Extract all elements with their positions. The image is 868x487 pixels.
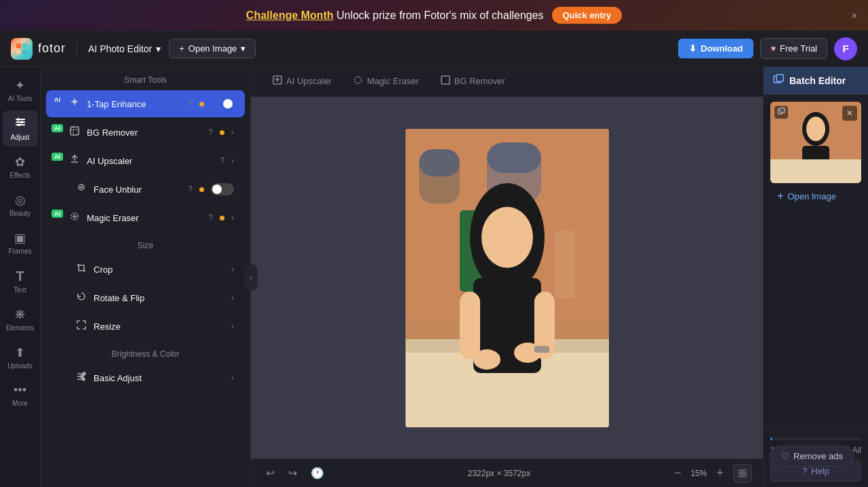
svg-point-33 bbox=[473, 349, 500, 370]
tool-label-eraser: Magic Eraser bbox=[87, 213, 201, 223]
user-avatar[interactable]: F bbox=[834, 37, 857, 60]
redo-button[interactable]: ↪ bbox=[284, 464, 301, 482]
arrow-rotate: › bbox=[231, 293, 234, 303]
tool-resize[interactable]: Resize › bbox=[46, 313, 245, 340]
progress-fill bbox=[770, 437, 772, 440]
canvas-tabs: AI Upscaler Magic Eraser BG Remover bbox=[251, 67, 763, 97]
svg-rect-49 bbox=[780, 108, 785, 113]
open-image-button-right[interactable]: + Open Image bbox=[770, 183, 861, 209]
svg-rect-42 bbox=[776, 75, 783, 81]
open-image-button[interactable]: + Open Image ▾ bbox=[169, 39, 256, 58]
svg-point-13 bbox=[83, 372, 85, 375]
upscaler-icon bbox=[69, 154, 80, 168]
history-button[interactable]: 🕐 bbox=[307, 464, 328, 482]
sidebar-item-ai-tools[interactable]: ✦ AI Tools bbox=[3, 73, 38, 108]
sidebar-label-uploads: Uploads bbox=[7, 362, 33, 370]
zoom-in-button[interactable]: + bbox=[712, 465, 728, 482]
effects-icon: ✿ bbox=[15, 155, 25, 170]
zoom-out-button[interactable]: − bbox=[670, 465, 686, 482]
banner-close-icon[interactable]: × bbox=[852, 10, 857, 21]
banner-highlight[interactable]: Challenge Month bbox=[246, 9, 334, 21]
undo-button[interactable]: ↩ bbox=[262, 464, 279, 482]
svg-rect-22 bbox=[419, 149, 460, 176]
canvas-area: AI Upscaler Magic Eraser BG Remover bbox=[251, 67, 763, 487]
tool-ai-upscaler[interactable]: AI AI Upscaler ? › bbox=[46, 147, 245, 174]
tab-ai-upscaler[interactable]: AI Upscaler bbox=[262, 69, 342, 95]
batch-editor-header: Batch Editor bbox=[764, 67, 868, 95]
download-button[interactable]: ⬇ Download bbox=[678, 39, 753, 58]
toggle-face[interactable] bbox=[211, 183, 234, 195]
help-icon-1tap[interactable]: ? bbox=[188, 99, 193, 109]
sidebar-item-elements[interactable]: ❋ Elements bbox=[3, 302, 38, 337]
help-label: Help bbox=[811, 466, 829, 476]
resize-icon bbox=[76, 319, 87, 333]
svg-rect-35 bbox=[534, 346, 549, 353]
sidebar-item-adjust[interactable]: Adjust bbox=[3, 111, 38, 147]
elements-icon: ❋ bbox=[15, 307, 25, 322]
tool-face-unblur[interactable]: Face Unblur ? bbox=[46, 176, 245, 203]
svg-rect-3 bbox=[22, 50, 27, 54]
sidebar-item-uploads[interactable]: ⬆ Uploads bbox=[3, 340, 38, 375]
photo-editor-button[interactable]: AI Photo Editor ▾ bbox=[88, 43, 161, 54]
batch-editor-icon bbox=[773, 74, 784, 87]
chevron-down-icon: ▾ bbox=[156, 43, 161, 54]
sidebar-label-frames: Frames bbox=[9, 248, 32, 255]
tool-basic-adjust[interactable]: Basic Adjust › bbox=[46, 364, 245, 391]
arrow-bg: › bbox=[231, 128, 234, 137]
arrow-basic: › bbox=[231, 373, 234, 383]
tool-label-face: Face Unblur bbox=[94, 184, 181, 195]
svg-rect-38 bbox=[743, 470, 746, 473]
sidebar-item-text[interactable]: T Text bbox=[3, 263, 38, 299]
ai-badge-1tap: AI bbox=[52, 96, 63, 104]
collapse-panel-button[interactable]: ‹ bbox=[244, 264, 258, 291]
free-trial-button[interactable]: ♥ Free Trial bbox=[760, 38, 827, 59]
sidebar-label-adjust: Adjust bbox=[11, 134, 30, 141]
zoom-controls: − 15% + bbox=[670, 464, 752, 483]
progress-track bbox=[770, 437, 861, 440]
fit-screen-button[interactable] bbox=[733, 464, 752, 483]
tool-bg-remover[interactable]: AI BG Remover ? › bbox=[46, 119, 245, 146]
thumbnail-image-1[interactable]: ✕ bbox=[770, 102, 861, 183]
open-image-label: Open Image bbox=[189, 43, 237, 54]
eraser-tab-icon bbox=[353, 75, 363, 87]
tab-magic-eraser[interactable]: Magic Eraser bbox=[342, 69, 430, 95]
svg-rect-31 bbox=[460, 292, 480, 359]
remove-ads-button[interactable]: ♡ Remove ads bbox=[770, 446, 854, 467]
help-icon-face[interactable]: ? bbox=[188, 184, 193, 194]
help-icon-bg[interactable]: ? bbox=[208, 128, 213, 137]
svg-rect-36 bbox=[555, 231, 575, 298]
svg-rect-47 bbox=[770, 159, 861, 183]
sidebar-item-beauty[interactable]: ◎ Beauty bbox=[3, 187, 38, 222]
svg-point-8 bbox=[20, 121, 23, 123]
tool-1tap-enhance[interactable]: AI 1-Tap Enhance ? bbox=[46, 90, 245, 117]
ai-badge-bg: AI bbox=[52, 124, 63, 132]
rotate-icon bbox=[76, 291, 87, 305]
tool-crop[interactable]: Crop › bbox=[46, 256, 245, 283]
help-icon-upscaler[interactable]: ? bbox=[220, 156, 224, 165]
help-icon: ? bbox=[802, 466, 807, 476]
sidebar-item-frames[interactable]: ▣ Frames bbox=[3, 225, 38, 260]
download-label: Download bbox=[701, 43, 743, 54]
beauty-icon: ◎ bbox=[15, 193, 26, 208]
sidebar-item-effects[interactable]: ✿ Effects bbox=[3, 149, 38, 184]
sidebar-label-effects: Effects bbox=[9, 172, 30, 179]
tab-bg-remover[interactable]: BG Remover bbox=[430, 69, 516, 95]
ai-badge-upscaler: AI bbox=[52, 153, 63, 161]
canvas-bottom-bar: ↩ ↪ 🕐 2322px × 3572px − 15% + bbox=[251, 459, 763, 487]
sidebar-item-more[interactable]: ••• More bbox=[3, 378, 38, 412]
download-icon: ⬇ bbox=[689, 43, 696, 54]
toggle-1tap[interactable] bbox=[211, 98, 234, 110]
quick-entry-button[interactable]: Quick entry bbox=[552, 7, 623, 24]
more-icon: ••• bbox=[14, 383, 26, 397]
zoom-level: 15% bbox=[690, 469, 707, 478]
tool-magic-eraser[interactable]: AI Magic Eraser ? › bbox=[46, 204, 245, 231]
tool-label-bg: BG Remover bbox=[87, 128, 201, 138]
fotor-logo-icon[interactable] bbox=[11, 38, 33, 60]
help-icon-eraser[interactable]: ? bbox=[208, 213, 213, 222]
thumbnail-delete-button[interactable]: ✕ bbox=[842, 106, 857, 121]
tool-rotate[interactable]: Rotate & Flip › bbox=[46, 284, 245, 311]
dot-face bbox=[199, 187, 204, 192]
thumbnail-area: ✕ + Open Image bbox=[764, 95, 868, 431]
tool-label-crop: Crop bbox=[94, 265, 224, 275]
right-panel: Batch Editor bbox=[763, 67, 868, 487]
